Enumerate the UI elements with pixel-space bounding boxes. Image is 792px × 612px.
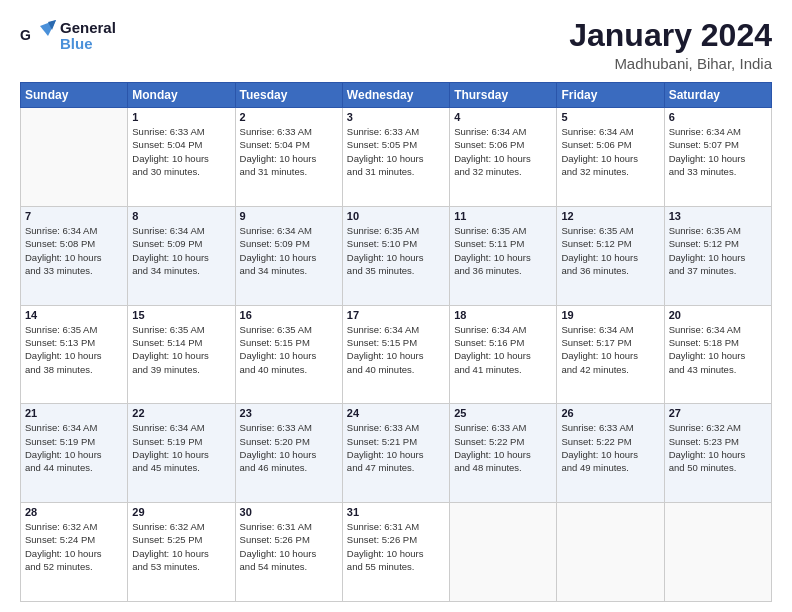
day-number: 12 <box>561 210 659 222</box>
day-info: Sunrise: 6:33 AM Sunset: 5:04 PM Dayligh… <box>240 125 338 178</box>
day-number: 11 <box>454 210 552 222</box>
logo-general: General <box>60 20 116 37</box>
day-number: 30 <box>240 506 338 518</box>
table-row: 21Sunrise: 6:34 AM Sunset: 5:19 PM Dayli… <box>21 404 128 503</box>
table-row: 2Sunrise: 6:33 AM Sunset: 5:04 PM Daylig… <box>235 108 342 207</box>
day-number: 23 <box>240 407 338 419</box>
day-info: Sunrise: 6:35 AM Sunset: 5:12 PM Dayligh… <box>669 224 767 277</box>
day-number: 10 <box>347 210 445 222</box>
col-saturday: Saturday <box>664 83 771 108</box>
table-row: 22Sunrise: 6:34 AM Sunset: 5:19 PM Dayli… <box>128 404 235 503</box>
calendar-table: Sunday Monday Tuesday Wednesday Thursday… <box>20 82 772 602</box>
table-row: 5Sunrise: 6:34 AM Sunset: 5:06 PM Daylig… <box>557 108 664 207</box>
day-info: Sunrise: 6:34 AM Sunset: 5:09 PM Dayligh… <box>240 224 338 277</box>
day-number: 21 <box>25 407 123 419</box>
table-row: 19Sunrise: 6:34 AM Sunset: 5:17 PM Dayli… <box>557 305 664 404</box>
table-row: 7Sunrise: 6:34 AM Sunset: 5:08 PM Daylig… <box>21 206 128 305</box>
day-info: Sunrise: 6:33 AM Sunset: 5:22 PM Dayligh… <box>561 421 659 474</box>
table-row: 31Sunrise: 6:31 AM Sunset: 5:26 PM Dayli… <box>342 503 449 602</box>
day-info: Sunrise: 6:33 AM Sunset: 5:21 PM Dayligh… <box>347 421 445 474</box>
calendar-week-row: 28Sunrise: 6:32 AM Sunset: 5:24 PM Dayli… <box>21 503 772 602</box>
logo: G General Blue <box>20 18 116 54</box>
day-info: Sunrise: 6:33 AM Sunset: 5:05 PM Dayligh… <box>347 125 445 178</box>
day-number: 24 <box>347 407 445 419</box>
day-number: 28 <box>25 506 123 518</box>
day-number: 16 <box>240 309 338 321</box>
table-row: 14Sunrise: 6:35 AM Sunset: 5:13 PM Dayli… <box>21 305 128 404</box>
table-row: 11Sunrise: 6:35 AM Sunset: 5:11 PM Dayli… <box>450 206 557 305</box>
table-row: 29Sunrise: 6:32 AM Sunset: 5:25 PM Dayli… <box>128 503 235 602</box>
calendar-week-row: 1Sunrise: 6:33 AM Sunset: 5:04 PM Daylig… <box>21 108 772 207</box>
day-number: 13 <box>669 210 767 222</box>
day-info: Sunrise: 6:35 AM Sunset: 5:11 PM Dayligh… <box>454 224 552 277</box>
col-sunday: Sunday <box>21 83 128 108</box>
day-number: 31 <box>347 506 445 518</box>
day-number: 26 <box>561 407 659 419</box>
day-info: Sunrise: 6:31 AM Sunset: 5:26 PM Dayligh… <box>240 520 338 573</box>
table-row: 10Sunrise: 6:35 AM Sunset: 5:10 PM Dayli… <box>342 206 449 305</box>
day-info: Sunrise: 6:34 AM Sunset: 5:06 PM Dayligh… <box>561 125 659 178</box>
table-row: 26Sunrise: 6:33 AM Sunset: 5:22 PM Dayli… <box>557 404 664 503</box>
day-number: 20 <box>669 309 767 321</box>
day-number: 8 <box>132 210 230 222</box>
day-number: 15 <box>132 309 230 321</box>
day-info: Sunrise: 6:33 AM Sunset: 5:04 PM Dayligh… <box>132 125 230 178</box>
table-row: 3Sunrise: 6:33 AM Sunset: 5:05 PM Daylig… <box>342 108 449 207</box>
day-info: Sunrise: 6:33 AM Sunset: 5:20 PM Dayligh… <box>240 421 338 474</box>
day-info: Sunrise: 6:34 AM Sunset: 5:16 PM Dayligh… <box>454 323 552 376</box>
table-row: 8Sunrise: 6:34 AM Sunset: 5:09 PM Daylig… <box>128 206 235 305</box>
table-row: 15Sunrise: 6:35 AM Sunset: 5:14 PM Dayli… <box>128 305 235 404</box>
day-number: 18 <box>454 309 552 321</box>
day-number: 22 <box>132 407 230 419</box>
table-row: 24Sunrise: 6:33 AM Sunset: 5:21 PM Dayli… <box>342 404 449 503</box>
table-row: 16Sunrise: 6:35 AM Sunset: 5:15 PM Dayli… <box>235 305 342 404</box>
day-number: 5 <box>561 111 659 123</box>
day-number: 3 <box>347 111 445 123</box>
title-block: January 2024 Madhubani, Bihar, India <box>569 18 772 72</box>
table-row: 27Sunrise: 6:32 AM Sunset: 5:23 PM Dayli… <box>664 404 771 503</box>
calendar-header-row: Sunday Monday Tuesday Wednesday Thursday… <box>21 83 772 108</box>
day-info: Sunrise: 6:34 AM Sunset: 5:09 PM Dayligh… <box>132 224 230 277</box>
table-row: 17Sunrise: 6:34 AM Sunset: 5:15 PM Dayli… <box>342 305 449 404</box>
calendar-week-row: 14Sunrise: 6:35 AM Sunset: 5:13 PM Dayli… <box>21 305 772 404</box>
table-row <box>557 503 664 602</box>
logo-blue: Blue <box>60 36 116 53</box>
table-row: 20Sunrise: 6:34 AM Sunset: 5:18 PM Dayli… <box>664 305 771 404</box>
day-number: 19 <box>561 309 659 321</box>
day-number: 9 <box>240 210 338 222</box>
day-info: Sunrise: 6:34 AM Sunset: 5:15 PM Dayligh… <box>347 323 445 376</box>
col-monday: Monday <box>128 83 235 108</box>
day-number: 17 <box>347 309 445 321</box>
table-row <box>664 503 771 602</box>
day-info: Sunrise: 6:32 AM Sunset: 5:23 PM Dayligh… <box>669 421 767 474</box>
day-info: Sunrise: 6:35 AM Sunset: 5:10 PM Dayligh… <box>347 224 445 277</box>
table-row <box>21 108 128 207</box>
header: G General Blue January 2024 Madhubani, B… <box>20 18 772 72</box>
day-info: Sunrise: 6:34 AM Sunset: 5:07 PM Dayligh… <box>669 125 767 178</box>
col-thursday: Thursday <box>450 83 557 108</box>
table-row: 30Sunrise: 6:31 AM Sunset: 5:26 PM Dayli… <box>235 503 342 602</box>
day-number: 6 <box>669 111 767 123</box>
table-row: 25Sunrise: 6:33 AM Sunset: 5:22 PM Dayli… <box>450 404 557 503</box>
table-row: 23Sunrise: 6:33 AM Sunset: 5:20 PM Dayli… <box>235 404 342 503</box>
day-info: Sunrise: 6:32 AM Sunset: 5:25 PM Dayligh… <box>132 520 230 573</box>
day-info: Sunrise: 6:34 AM Sunset: 5:18 PM Dayligh… <box>669 323 767 376</box>
day-info: Sunrise: 6:35 AM Sunset: 5:12 PM Dayligh… <box>561 224 659 277</box>
table-row: 13Sunrise: 6:35 AM Sunset: 5:12 PM Dayli… <box>664 206 771 305</box>
svg-text:G: G <box>20 27 31 43</box>
table-row: 12Sunrise: 6:35 AM Sunset: 5:12 PM Dayli… <box>557 206 664 305</box>
logo-icon: G <box>20 18 56 54</box>
day-number: 1 <box>132 111 230 123</box>
day-info: Sunrise: 6:34 AM Sunset: 5:08 PM Dayligh… <box>25 224 123 277</box>
calendar-week-row: 7Sunrise: 6:34 AM Sunset: 5:08 PM Daylig… <box>21 206 772 305</box>
table-row: 4Sunrise: 6:34 AM Sunset: 5:06 PM Daylig… <box>450 108 557 207</box>
day-info: Sunrise: 6:34 AM Sunset: 5:19 PM Dayligh… <box>25 421 123 474</box>
calendar-page: G General Blue January 2024 Madhubani, B… <box>0 0 792 612</box>
day-number: 14 <box>25 309 123 321</box>
table-row: 1Sunrise: 6:33 AM Sunset: 5:04 PM Daylig… <box>128 108 235 207</box>
day-number: 25 <box>454 407 552 419</box>
day-info: Sunrise: 6:32 AM Sunset: 5:24 PM Dayligh… <box>25 520 123 573</box>
col-tuesday: Tuesday <box>235 83 342 108</box>
day-info: Sunrise: 6:33 AM Sunset: 5:22 PM Dayligh… <box>454 421 552 474</box>
day-info: Sunrise: 6:34 AM Sunset: 5:06 PM Dayligh… <box>454 125 552 178</box>
